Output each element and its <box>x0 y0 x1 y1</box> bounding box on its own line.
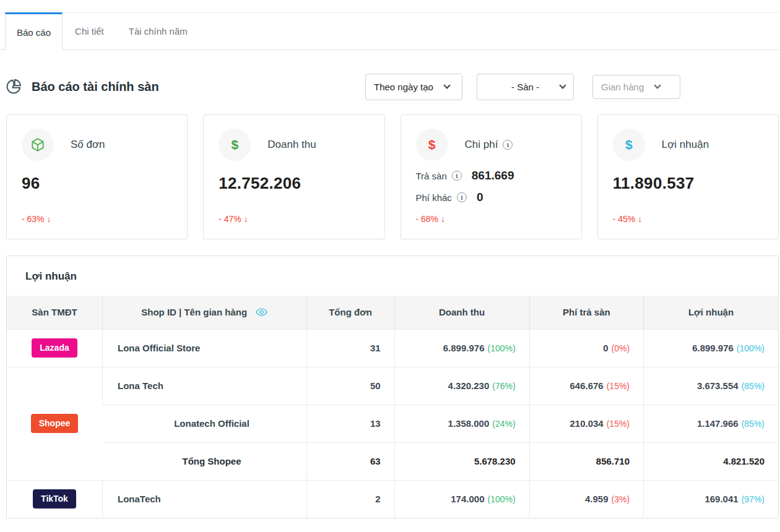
table-row-lazada: Lazada Lona Official Store 31 6.899.976(… <box>7 329 778 367</box>
profit-pct: (97%) <box>742 494 765 504</box>
pie-chart-icon <box>5 78 22 95</box>
table-row-shopee-total: Tổng Shopee 63 5.678.230 856.710 4.821.5… <box>7 442 778 480</box>
orders-cell: 13 <box>306 405 394 442</box>
info-icon[interactable] <box>457 192 467 202</box>
fee-cell: 0(0%) <box>529 329 643 367</box>
col-orders: Tổng đơn <box>306 296 394 329</box>
platform-cell: Shopee <box>7 367 103 480</box>
shop-name-cell: LonaTech <box>103 480 307 518</box>
date-type-select-value: Theo ngày tạo <box>374 82 433 92</box>
revenue-card: Doanh thu 12.752.206 - 47% ↓ <box>203 114 384 239</box>
revenue-value: 6.899.976 <box>443 343 485 353</box>
shopee-badge: Shopee <box>31 414 79 433</box>
profit-pct: (85%) <box>742 381 765 391</box>
tab-chi-tiet[interactable]: Chi tiết <box>63 13 116 49</box>
platform-cell: TikTok <box>7 480 103 518</box>
table-row-shopee-1: Shopee Lona Tech 50 4.320.230(76%) 646.6… <box>7 367 778 405</box>
fee-cell: 4.959(3%) <box>529 480 643 518</box>
orders-card-change: - 63% ↓ <box>22 214 172 224</box>
lazada-badge: Lazada <box>32 338 77 358</box>
cost-card-change: - 68% ↓ <box>416 214 566 224</box>
store-select-placeholder: Gian hàng <box>601 82 644 92</box>
col-shop: Shop ID | Tên gian hàng <box>103 296 307 329</box>
dollar-icon <box>231 137 238 152</box>
info-icon[interactable] <box>503 140 513 150</box>
profit-value: 6.899.976 <box>692 343 734 353</box>
orders-cell: 50 <box>306 367 394 405</box>
profit-card-value: 11.890.537 <box>613 174 763 193</box>
total-label-cell: Tổng Shopee <box>103 442 307 480</box>
profit-value: 1.147.966 <box>697 418 739 429</box>
table-header-row: Sàn TMĐT Shop ID | Tên gian hàng Tổng đơ… <box>7 296 778 329</box>
fee-value: 210.034 <box>570 418 603 429</box>
chevron-down-icon <box>443 82 450 88</box>
revenue-value: 174.000 <box>451 494 484 504</box>
profit-card-label: Lợi nhuận <box>662 139 709 151</box>
tab-tai-chinh-nam[interactable]: Tài chính năm <box>116 13 200 49</box>
cost-card-label: Chi phí <box>465 139 498 151</box>
table-row-tiktok: TikTok LonaTech 2 174.000(100%) 4.959(3%… <box>7 480 778 518</box>
platform-select[interactable]: - Sàn - <box>477 74 574 100</box>
col-shop-label: Shop ID | Tên gian hàng <box>141 307 247 317</box>
fee-pct: (0%) <box>611 343 630 353</box>
profit-value: 3.673.554 <box>697 380 739 391</box>
col-profit: Lợi nhuận <box>644 296 778 329</box>
profit-cell: 4.821.520 <box>644 442 778 480</box>
fee-value: 646.676 <box>570 380 603 391</box>
cost-card: Chi phí Trả sàn 861.669 Phí khác 0 - 68%… <box>401 114 582 239</box>
profit-cell: 1.147.966(85%) <box>644 405 778 442</box>
fee-pct: (15%) <box>607 419 630 429</box>
fee-cell: 856.710 <box>529 442 643 480</box>
profit-cell: 3.673.554(85%) <box>644 367 778 405</box>
store-select[interactable]: Gian hàng <box>592 75 680 99</box>
eye-icon[interactable] <box>256 307 267 317</box>
revenue-pct: (76%) <box>492 381 515 391</box>
tiktok-badge: TikTok <box>33 489 76 508</box>
revenue-value: 1.358.000 <box>448 418 490 429</box>
platform-cell: Lazada <box>7 329 103 367</box>
revenue-cell: 1.358.000(24%) <box>394 405 529 442</box>
orders-cell: 63 <box>306 442 394 480</box>
revenue-cell: 6.899.976(100%) <box>394 329 529 367</box>
dollar-icon <box>428 137 436 152</box>
shop-name-cell: Lona Official Store <box>103 329 307 367</box>
profit-table: Sàn TMĐT Shop ID | Tên gian hàng Tổng đơ… <box>7 296 778 518</box>
info-icon[interactable] <box>452 171 462 181</box>
col-platform: Sàn TMĐT <box>7 296 103 329</box>
revenue-card-value: 12.752.206 <box>219 174 369 193</box>
profit-card-change: - 45% ↓ <box>613 214 763 224</box>
orders-card-value: 96 <box>22 174 172 193</box>
profit-pct: (100%) <box>737 343 765 353</box>
col-fee: Phí trả sàn <box>529 296 643 329</box>
fee-value: 0 <box>603 343 608 353</box>
profit-panel: Lợi nhuận Sàn TMĐT Shop ID | Tên gian hà… <box>6 255 779 518</box>
fee-pct: (3%) <box>611 494 630 504</box>
page-title: Báo cáo tài chính sàn <box>32 80 159 94</box>
fee-pct: (15%) <box>607 381 630 391</box>
dollar-icon <box>625 137 633 152</box>
orders-card: Số đơn 96 - 63% ↓ <box>6 114 188 239</box>
fee-cell: 646.676(15%) <box>529 367 643 405</box>
tab-bao-cao[interactable]: Báo cáo <box>5 12 63 50</box>
platform-fee-value: 861.669 <box>472 169 514 182</box>
revenue-cell: 5.678.230 <box>394 442 529 480</box>
chevron-down-icon <box>559 82 566 88</box>
revenue-cell: 4.320.230(76%) <box>394 367 529 405</box>
revenue-value: 4.320.230 <box>448 380 490 391</box>
orders-cell: 31 <box>306 329 394 367</box>
fee-value: 4.959 <box>585 494 609 504</box>
report-header: Báo cáo tài chính sàn Theo ngày tạo - Sà… <box>5 73 680 100</box>
profit-value: 169.041 <box>704 494 738 504</box>
col-revenue: Doanh thu <box>394 296 529 329</box>
report-tabbar: Báo cáo Chi tiết Tài chính năm <box>0 12 780 50</box>
date-type-select[interactable]: Theo ngày tạo <box>365 74 462 100</box>
revenue-pct: (24%) <box>492 419 515 429</box>
other-fee-label: Phí khác <box>416 192 452 203</box>
package-icon <box>30 137 46 153</box>
platform-fee-label: Trả sàn <box>416 171 447 181</box>
other-fee-value: 0 <box>477 191 483 204</box>
revenue-card-label: Doanh thu <box>267 139 316 151</box>
revenue-card-change: - 47% ↓ <box>219 214 369 224</box>
profit-cell: 6.899.976(100%) <box>644 329 778 367</box>
profit-pct: (85%) <box>742 419 765 429</box>
